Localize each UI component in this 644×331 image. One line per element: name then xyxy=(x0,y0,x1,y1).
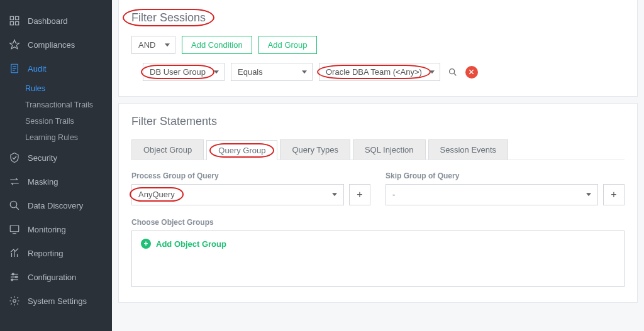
svg-point-9 xyxy=(10,201,17,208)
chart-icon xyxy=(9,247,20,259)
nav-label: Audit xyxy=(28,64,47,73)
nav-compliances[interactable]: Compliances xyxy=(0,33,112,57)
chevron-down-icon xyxy=(302,70,307,73)
plus-circle-icon: + xyxy=(141,239,151,249)
nav-discovery[interactable]: Data Discovery xyxy=(0,193,112,217)
condition-value-select[interactable]: Oracle DBA Team (<Any>) xyxy=(319,63,440,81)
nav-label: Security xyxy=(28,153,57,163)
shield-icon xyxy=(9,152,20,163)
filter-sessions-controls: AND Add Condition Add Group xyxy=(131,36,625,54)
nav-security[interactable]: Security xyxy=(0,146,112,170)
nav-audit-learning[interactable]: Learning Rules xyxy=(0,129,112,146)
delete-condition-button[interactable] xyxy=(465,66,478,79)
chevron-down-icon xyxy=(165,43,170,46)
filter-condition-row: DB User Group Equals Oracle DBA Team (<A… xyxy=(131,63,625,81)
add-skip-group-button[interactable]: + xyxy=(603,184,625,205)
swap-icon xyxy=(9,176,20,187)
nav-label: Masking xyxy=(28,177,58,187)
nav-system-settings[interactable]: System Settings xyxy=(0,289,112,313)
process-group-field: Process Group of Query AnyQuery + xyxy=(131,171,370,205)
add-group-button[interactable]: Add Group xyxy=(258,36,317,54)
chevron-down-icon xyxy=(214,70,219,73)
logic-select[interactable]: AND xyxy=(131,36,175,54)
nav-reporting[interactable]: Reporting xyxy=(0,241,112,265)
svg-line-10 xyxy=(16,207,19,210)
nav-audit[interactable]: Audit xyxy=(0,57,112,80)
search-condition-button[interactable] xyxy=(447,66,459,79)
grid-icon xyxy=(9,15,20,26)
chevron-down-icon xyxy=(332,193,337,196)
nav-label: Data Discovery xyxy=(28,201,83,210)
star-icon xyxy=(9,39,20,50)
search-icon xyxy=(9,200,20,211)
nav-masking[interactable]: Masking xyxy=(0,170,112,193)
add-object-group-button[interactable]: + Add Object Group xyxy=(141,239,615,249)
query-group-fields: Process Group of Query AnyQuery + Skip G… xyxy=(131,171,625,205)
condition-field-select[interactable]: DB User Group xyxy=(143,63,225,81)
chevron-down-icon xyxy=(586,193,591,196)
filter-sessions-panel: Filter Sessions AND Add Condition Add Gr… xyxy=(118,0,638,97)
nav-monitoring[interactable]: Monitoring xyxy=(0,217,112,241)
svg-rect-11 xyxy=(10,225,19,232)
svg-line-24 xyxy=(454,73,456,75)
process-group-label: Process Group of Query xyxy=(131,171,370,180)
process-group-select[interactable]: AnyQuery xyxy=(131,184,344,205)
tab-query-types[interactable]: Query Types xyxy=(280,139,350,160)
svg-marker-4 xyxy=(10,40,19,49)
nav-label: Monitoring xyxy=(28,225,66,234)
tab-query-group[interactable]: Query Group xyxy=(206,140,277,160)
nav-configuration[interactable]: Configuration xyxy=(0,265,112,289)
svg-rect-1 xyxy=(16,16,19,19)
tab-session-events[interactable]: Session Events xyxy=(428,139,509,160)
svg-rect-2 xyxy=(10,22,13,25)
object-groups-box: + Add Object Group xyxy=(131,231,625,287)
svg-rect-0 xyxy=(10,16,13,19)
add-condition-button[interactable]: Add Condition xyxy=(182,36,252,54)
nav-label: Compliances xyxy=(28,40,75,50)
choose-object-groups-label: Choose Object Groups xyxy=(131,218,625,227)
svg-rect-3 xyxy=(16,22,19,25)
filter-sessions-title: Filter Sessions xyxy=(131,11,206,24)
nav-audit-transactional[interactable]: Transactional Trails xyxy=(0,97,112,113)
statement-tabs: Object Group Query Group Query Types SQL… xyxy=(131,139,625,160)
nav-audit-rules[interactable]: Rules xyxy=(0,80,112,97)
tab-sql-injection[interactable]: SQL Injection xyxy=(353,139,426,160)
skip-group-label: Skip Group of Query xyxy=(386,171,625,180)
filter-statements-title: Filter Statements xyxy=(131,115,217,128)
tab-object-group[interactable]: Object Group xyxy=(131,139,204,160)
chevron-down-icon xyxy=(430,70,435,73)
nav-label: Reporting xyxy=(28,249,63,258)
sliders-icon xyxy=(9,271,20,283)
skip-group-select[interactable]: - xyxy=(386,184,598,205)
sidebar: Dashboard Compliances Audit Rules Transa… xyxy=(0,0,112,331)
filter-statements-panel: Filter Statements Object Group Query Gro… xyxy=(118,103,638,303)
svg-point-22 xyxy=(13,300,16,303)
gear-icon xyxy=(9,295,20,307)
nav-audit-session[interactable]: Session Trails xyxy=(0,113,112,129)
nav-dashboard[interactable]: Dashboard xyxy=(0,9,112,33)
document-icon xyxy=(9,63,20,74)
add-process-group-button[interactable]: + xyxy=(349,184,370,205)
nav-label: Dashboard xyxy=(28,16,68,26)
main-content: Filter Sessions AND Add Condition Add Gr… xyxy=(112,0,644,331)
nav-label: System Settings xyxy=(28,296,87,306)
condition-operator-select[interactable]: Equals xyxy=(231,63,313,81)
monitor-icon xyxy=(9,224,20,235)
svg-point-23 xyxy=(450,68,455,73)
nav-label: Configuration xyxy=(28,273,76,282)
skip-group-field: Skip Group of Query - + xyxy=(386,171,625,205)
